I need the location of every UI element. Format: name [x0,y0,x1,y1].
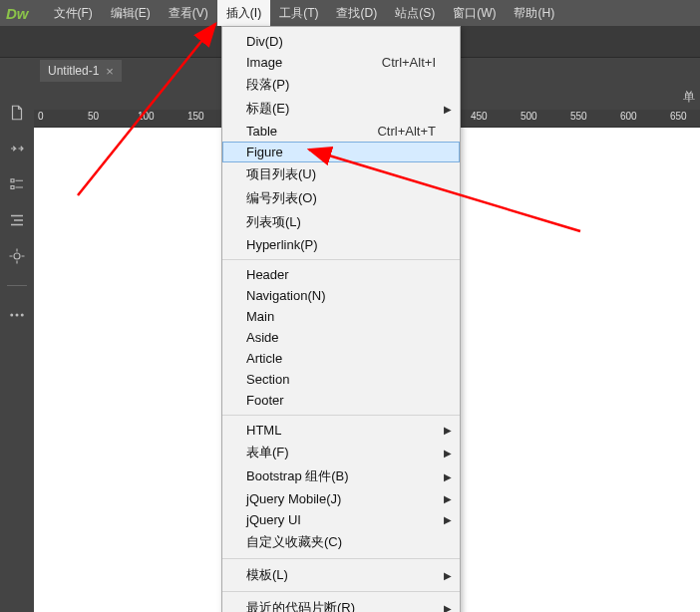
menu-item-label: 模板(L) [246,566,436,584]
menu-find[interactable]: 查找(D) [327,0,386,26]
close-icon[interactable]: × [106,65,114,78]
menu-item-label: Main [246,309,436,324]
menu-item-label: Hyperlink(P) [246,237,436,252]
svg-point-0 [14,253,20,259]
view-label[interactable]: 单 [683,89,695,106]
tab-untitled[interactable]: Untitled-1 × [40,60,122,82]
ruler-tick: 550 [570,111,587,122]
ruler-tick: 450 [471,111,488,122]
menu-item[interactable]: HTML▶ [222,420,460,441]
menu-item-label: HTML [246,423,436,438]
menu-item-label: Footer [246,393,436,408]
menu-item[interactable]: 最近的代码片断(R)▶ [222,596,460,612]
menu-item[interactable]: TableCtrl+Alt+T [222,121,460,142]
menu-item[interactable]: jQuery UI▶ [222,509,460,530]
svg-point-3 [21,314,24,317]
ruler-tick: 0 [38,111,44,122]
menu-item[interactable]: Header [222,264,460,285]
chevron-right-icon: ▶ [444,603,452,613]
menu-item-label: 自定义收藏夹(C) [246,533,436,551]
chevron-right-icon: ▶ [444,425,452,436]
ruler-tick: 100 [138,111,155,122]
menu-item[interactable]: Footer [222,390,460,411]
menu-item[interactable]: Bootstrap 组件(B)▶ [222,464,460,488]
ruler-tick: 650 [670,111,687,122]
menu-item[interactable]: Navigation(N) [222,285,460,306]
menu-item-label: Navigation(N) [246,288,436,303]
menu-file[interactable]: 文件(F) [45,0,102,26]
menu-item-label: Table [246,124,361,139]
menu-item-label: Header [246,267,436,282]
ruler-tick: 150 [187,111,204,122]
menu-item[interactable]: 列表项(L) [222,210,460,234]
menu-item[interactable]: 模板(L)▶ [222,563,460,587]
more-icon[interactable] [8,306,26,324]
menu-item[interactable]: 自定义收藏夹(C) [222,530,460,554]
tab-title: Untitled-1 [48,64,99,78]
menu-item[interactable]: Section [222,369,460,390]
target-icon[interactable] [8,247,26,265]
chevron-right-icon: ▶ [444,493,452,504]
menu-item-label: 列表项(L) [246,213,436,231]
file-icon[interactable] [8,104,26,122]
expand-icon[interactable] [8,140,26,157]
menu-tools[interactable]: 工具(T) [270,0,327,26]
chevron-right-icon: ▶ [444,448,452,459]
menu-item-label: Section [246,372,436,387]
menu-item-label: jQuery UI [246,512,436,527]
menu-view[interactable]: 查看(V) [160,0,217,26]
chevron-right-icon: ▶ [444,104,452,115]
menu-item[interactable]: ImageCtrl+Alt+I [222,52,460,73]
menu-item-label: Article [246,351,436,366]
menu-item-label: 编号列表(O) [246,189,436,207]
logo: Dw [6,5,29,22]
menu-window[interactable]: 窗口(W) [444,0,505,26]
chevron-right-icon: ▶ [444,471,452,482]
list-icon[interactable] [8,175,26,193]
menu-insert[interactable]: 插入(I) [217,0,270,26]
menu-help[interactable]: 帮助(H) [505,0,563,26]
menu-item-label: jQuery Mobile(J) [246,491,436,506]
chevron-right-icon: ▶ [444,514,452,525]
insert-menu-dropdown: Div(D)ImageCtrl+Alt+I段落(P)标题(E)▶TableCtr… [221,26,461,612]
menu-item[interactable]: Aside [222,327,460,348]
menu-item-label: 最近的代码片断(R) [246,599,436,612]
menu-item-label: Bootstrap 组件(B) [246,467,436,485]
menu-item[interactable]: 标题(E)▶ [222,97,460,121]
menu-item[interactable]: Article [222,348,460,369]
menu-item[interactable]: Figure [222,142,460,162]
menu-item[interactable]: 表单(F)▶ [222,441,460,464]
menu-edit[interactable]: 编辑(E) [102,0,160,26]
chevron-right-icon: ▶ [444,570,452,581]
menu-item-label: 表单(F) [246,444,436,461]
left-toolbar [0,84,34,612]
menu-item[interactable]: jQuery Mobile(J)▶ [222,488,460,509]
svg-point-2 [16,314,19,317]
menu-item-label: Aside [246,330,436,345]
menu-item[interactable]: 编号列表(O) [222,186,460,210]
menubar: Dw 文件(F) 编辑(E) 查看(V) 插入(I) 工具(T) 查找(D) 站… [0,0,700,26]
svg-point-1 [10,314,13,317]
menu-shortcut: Ctrl+Alt+I [382,55,436,70]
menu-item-label: 段落(P) [246,76,436,94]
menu-item-label: Figure [246,145,436,159]
menu-shortcut: Ctrl+Alt+T [377,124,436,139]
ruler-tick: 600 [620,111,637,122]
indent-icon[interactable] [8,211,26,229]
menu-item-label: 标题(E) [246,100,436,118]
menu-site[interactable]: 站点(S) [386,0,444,26]
ruler-tick: 50 [88,111,99,122]
menu-item[interactable]: Hyperlink(P) [222,234,460,255]
menu-item-label: 项目列表(U) [246,165,436,183]
separator [7,285,27,286]
menu-item[interactable]: 项目列表(U) [222,162,460,186]
menu-item[interactable]: Main [222,306,460,327]
menu-item[interactable]: Div(D) [222,31,460,52]
menu-item-label: Image [246,55,366,70]
ruler-tick: 500 [521,111,537,122]
menu-item[interactable]: 段落(P) [222,73,460,97]
menu-item-label: Div(D) [246,34,436,49]
